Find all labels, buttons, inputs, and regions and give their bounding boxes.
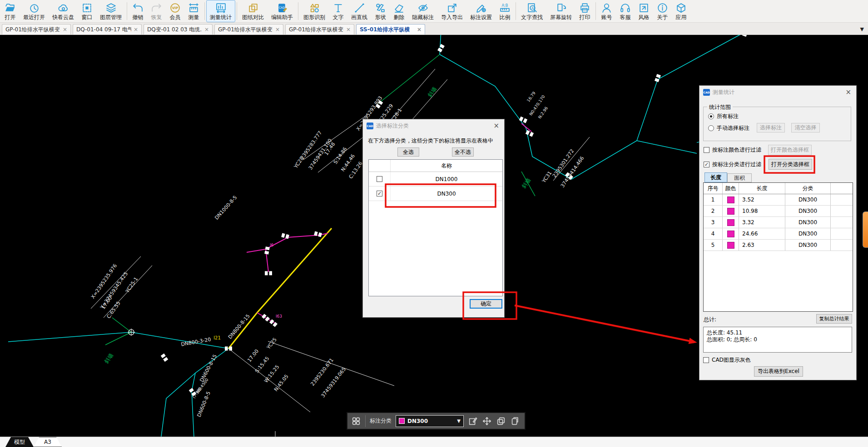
toolbar-button-line[interactable]: 画直线 bbox=[347, 0, 371, 22]
tab-area[interactable]: 面积 bbox=[727, 173, 752, 182]
toolbar-button-print[interactable]: 打印 bbox=[575, 0, 594, 22]
category-checkbox[interactable]: ✓ bbox=[377, 191, 382, 196]
category-checkbox[interactable] bbox=[377, 176, 382, 182]
toolbar-button-impexp[interactable]: 导入导出 bbox=[437, 0, 466, 22]
filter-by-color-checkbox[interactable] bbox=[704, 147, 709, 153]
ok-button[interactable]: 确定 bbox=[470, 299, 502, 309]
toolbar-button-account[interactable]: 账号 bbox=[597, 0, 616, 22]
category-name: DN1000 bbox=[391, 176, 502, 182]
tab-close-icon[interactable]: × bbox=[63, 26, 67, 33]
toolbar-button-about[interactable]: 关于 bbox=[653, 0, 672, 22]
filter-by-category-checkbox[interactable]: ✓ bbox=[704, 162, 709, 167]
toolbar-button-apps[interactable]: 应用 bbox=[672, 0, 690, 22]
annotation-category-label: 标注分类 bbox=[370, 417, 392, 425]
select-all-button[interactable]: 全选 bbox=[397, 147, 419, 157]
col-extra bbox=[831, 183, 853, 194]
open-category-selector-button[interactable]: 打开分类选择框 bbox=[769, 159, 812, 170]
paste-icon[interactable] bbox=[510, 416, 520, 426]
toolbar-button-findtext[interactable]: A文字查找 bbox=[517, 0, 546, 22]
toolbar-button-open[interactable]: 打开 bbox=[1, 0, 20, 22]
result-row[interactable]: 33.32DN300 bbox=[704, 217, 853, 228]
all-annotations-radio[interactable] bbox=[708, 113, 714, 119]
toolbar-button-recognize[interactable]: 图形识别 bbox=[300, 0, 329, 22]
toolbar-button-measure[interactable]: 测量 bbox=[184, 0, 203, 22]
drawing-tab[interactable]: DQ-01-04 09-17 电气...× bbox=[73, 24, 142, 34]
manual-select-radio[interactable] bbox=[708, 125, 714, 131]
move-icon[interactable] bbox=[482, 416, 492, 426]
category-dropdown[interactable]: DN300 ▼ bbox=[396, 415, 464, 427]
drawing-tab[interactable]: DQ变-01 02 03 电缆...× bbox=[144, 24, 213, 34]
category-row[interactable]: DN1000 bbox=[369, 172, 502, 187]
category-grid-icon[interactable] bbox=[351, 416, 361, 426]
drawing-tab[interactable]: SS-01给排水平纵横× bbox=[356, 24, 425, 34]
category-row[interactable]: ✓DN300 bbox=[369, 187, 502, 201]
svg-text:A:B: A:B bbox=[501, 3, 508, 8]
toolbar-button-stats[interactable]: 测量统计 bbox=[206, 0, 235, 22]
tab-close-icon[interactable]: × bbox=[417, 26, 422, 33]
tab-label: SS-01给排水平纵横 bbox=[360, 26, 410, 34]
toolbar-button-layers[interactable]: 图层管理 bbox=[96, 0, 125, 22]
result-length: 24.66 bbox=[739, 228, 785, 239]
toolbar-button-shapes[interactable]: 形状 bbox=[371, 0, 390, 22]
export-excel-button[interactable]: 导出表格到Excel bbox=[754, 366, 803, 377]
service-icon bbox=[620, 2, 631, 14]
toolbar-button-label: 打印 bbox=[580, 15, 590, 20]
layout-tab-A3[interactable]: A3 bbox=[34, 437, 62, 447]
toolbar-button-text[interactable]: 文字 bbox=[329, 0, 347, 22]
drawing-tab[interactable]: GP-01给排水平纵横变...× bbox=[2, 24, 71, 34]
result-row[interactable]: 13.52DN300 bbox=[704, 194, 853, 206]
side-panel-handle[interactable] bbox=[863, 211, 868, 248]
panel-close-icon[interactable]: × bbox=[844, 88, 853, 96]
toolbar-button-vip[interactable]: VIP会员 bbox=[166, 0, 184, 22]
category-dropdown-value: DN300 bbox=[407, 418, 454, 424]
layers-icon bbox=[105, 2, 117, 14]
toolbar-button-stylef[interactable]: 风格 bbox=[635, 0, 653, 22]
deselect-all-button[interactable]: 全不选 bbox=[452, 147, 474, 157]
toolbar-button-cloud[interactable]: 快看云盘 bbox=[49, 0, 78, 22]
result-row[interactable]: 52.63DN300 bbox=[704, 240, 853, 251]
findtext-icon: A bbox=[526, 2, 538, 14]
clear-selection-button[interactable]: 清空选择 bbox=[791, 123, 820, 133]
undo-icon bbox=[132, 2, 144, 14]
vip-icon: VIP bbox=[169, 2, 181, 14]
toolbar-button-undo[interactable]: 撤销 bbox=[129, 0, 147, 22]
toolbar-button-hide[interactable]: 隐藏标注 bbox=[408, 0, 437, 22]
toolbar-button-service[interactable]: 客服 bbox=[616, 0, 635, 22]
tab-close-icon[interactable]: × bbox=[134, 26, 138, 33]
toolbar-button-rotate[interactable]: 屏幕旋转 bbox=[546, 0, 575, 22]
result-color-swatch bbox=[727, 242, 734, 249]
toolbar-button-redo[interactable]: 恢复 bbox=[147, 0, 166, 22]
tab-close-icon[interactable]: × bbox=[275, 26, 280, 33]
panel-titlebar: CAD 测量统计 × bbox=[699, 86, 856, 98]
tab-close-icon[interactable]: × bbox=[346, 26, 351, 33]
tab-close-icon[interactable]: × bbox=[204, 26, 209, 33]
result-row[interactable]: 424.66DN300 bbox=[704, 228, 853, 240]
rotate-icon bbox=[556, 2, 567, 14]
dialog-close-icon[interactable]: × bbox=[492, 122, 501, 130]
drawing-tab[interactable]: GP-01给排水平纵横变...× bbox=[285, 24, 354, 34]
copy-icon[interactable] bbox=[496, 416, 506, 426]
copy-total-button[interactable]: 复制总计结果 bbox=[816, 314, 852, 324]
toolbar-button-window[interactable]: 窗口 bbox=[78, 0, 96, 22]
filter-by-category-label: 按标注分类进行过滤 bbox=[712, 161, 761, 168]
tab-overflow-icon[interactable]: ▼ bbox=[860, 26, 864, 32]
toolbar-button-compare[interactable]: 图纸对比 bbox=[238, 0, 268, 22]
tab-length[interactable]: 长度 bbox=[704, 172, 727, 182]
category-table: 名称 DN1000✓DN300 bbox=[368, 159, 503, 296]
layout-tab-模型[interactable]: 模型 bbox=[5, 437, 34, 447]
result-row[interactable]: 210.98DN300 bbox=[704, 206, 853, 217]
edit-icon[interactable] bbox=[468, 416, 478, 426]
drawing-tab[interactable]: GP-01给排水平纵横变...× bbox=[214, 24, 283, 34]
col-category: 分类 bbox=[785, 183, 831, 194]
toolbar-button-recent[interactable]: 最近打开 bbox=[20, 0, 49, 22]
total-area-text: 总面积: 0; 总周长: 0 bbox=[707, 336, 848, 343]
open-color-selector-button[interactable]: 打开颜色选择框 bbox=[768, 145, 812, 155]
toolbar-button-erase[interactable]: 删除 bbox=[390, 0, 408, 22]
toolbar-button-assist[interactable]: CAD编辑助手 bbox=[268, 0, 297, 22]
toolbar-button-annset[interactable]: 标注设置 bbox=[466, 0, 496, 22]
text-icon bbox=[332, 2, 344, 14]
toolbar-button-label: 快看云盘 bbox=[52, 15, 74, 20]
select-annotation-button[interactable]: 选择标注 bbox=[757, 123, 785, 133]
cad-gray-checkbox[interactable] bbox=[703, 357, 709, 363]
toolbar-button-scale[interactable]: A:B比例 bbox=[496, 0, 514, 22]
